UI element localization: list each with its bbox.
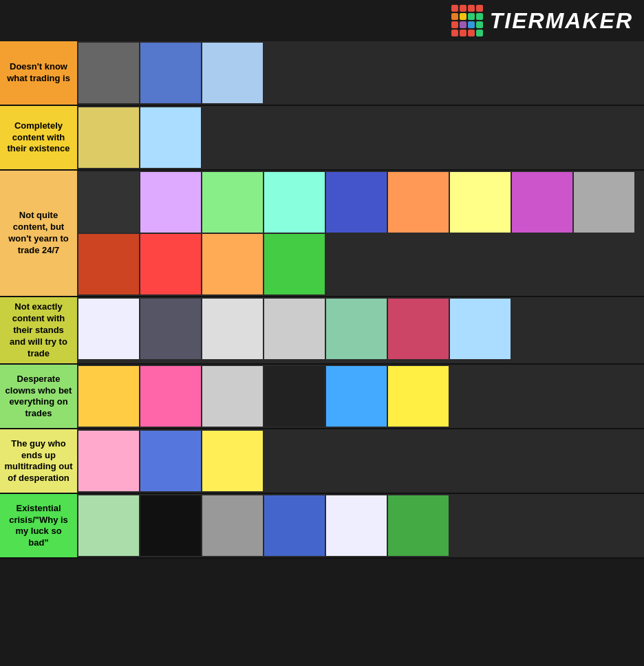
tier-list: TiERMAKER Doesn't know what trading isCo…: [0, 0, 644, 559]
tier-row: Completely content with their existence: [0, 106, 644, 171]
tier-label: Existential crisis/"Why is my luck so ba…: [0, 494, 77, 557]
logo-dot: [468, 21, 475, 28]
tier-item[interactable]: [326, 172, 387, 233]
logo-dot: [468, 30, 475, 36]
tier-label: Not quite content, but won't yearn to tr…: [0, 171, 77, 296]
tier-item-image: [140, 366, 201, 427]
tier-item[interactable]: [326, 495, 387, 556]
tier-item-image: [264, 299, 325, 359]
tier-item[interactable]: [264, 234, 325, 294]
tier-item[interactable]: [326, 366, 387, 427]
tier-item-image: [326, 495, 387, 556]
tier-label: Doesn't know what trading is: [0, 41, 77, 105]
logo-text: TiERMAKER: [490, 8, 633, 34]
tier-item[interactable]: [78, 234, 139, 294]
tier-item-image: [202, 234, 263, 294]
tier-item[interactable]: [140, 43, 201, 103]
tier-item-image: [388, 366, 449, 427]
tier-item[interactable]: [512, 172, 572, 233]
tier-item-image: [326, 172, 387, 233]
tier-item[interactable]: [140, 234, 201, 294]
tier-item[interactable]: [264, 495, 325, 556]
logo-dot: [451, 21, 458, 28]
tier-item-image: [264, 172, 325, 233]
tier-item-image: [202, 299, 263, 359]
tier-item-image: [78, 431, 139, 491]
tier-row: Desperate clowns who bet everything on t…: [0, 365, 644, 429]
tier-item[interactable]: [78, 366, 139, 427]
tier-item-image: [202, 172, 263, 233]
tier-item-image: [450, 299, 511, 359]
tier-item-image: [202, 431, 263, 491]
tier-item-image: [202, 366, 263, 427]
logo-dot: [476, 13, 483, 20]
tier-item[interactable]: [78, 431, 139, 491]
tier-item[interactable]: [388, 366, 449, 427]
header: TiERMAKER: [0, 0, 644, 41]
tier-item[interactable]: [78, 172, 139, 233]
tier-item[interactable]: [202, 431, 263, 491]
tier-item[interactable]: [78, 107, 139, 168]
tier-item[interactable]: [450, 299, 511, 359]
tier-item[interactable]: [264, 172, 325, 233]
tier-item[interactable]: [78, 495, 139, 556]
tier-item[interactable]: [264, 299, 325, 359]
tier-item[interactable]: [140, 299, 201, 359]
tier-item-image: [140, 495, 201, 556]
logo-dot: [460, 21, 466, 28]
tier-item[interactable]: [202, 234, 263, 294]
tier-items: [77, 365, 644, 428]
tier-item[interactable]: [140, 495, 201, 556]
tier-item-image: [78, 43, 139, 103]
tier-item[interactable]: [202, 43, 263, 103]
tier-item[interactable]: [388, 495, 449, 556]
tier-item-image: [264, 495, 325, 556]
tier-item-image: [264, 234, 325, 294]
logo-dot: [451, 13, 458, 20]
tier-row: Not quite content, but won't yearn to tr…: [0, 171, 644, 297]
tier-item-image: [78, 366, 139, 427]
tier-item[interactable]: [326, 299, 387, 359]
tier-item-image: [78, 495, 139, 556]
tier-label: Desperate clowns who bet everything on t…: [0, 365, 77, 428]
tier-item[interactable]: [264, 366, 325, 427]
tier-items: [77, 297, 644, 363]
tier-item[interactable]: [78, 43, 139, 103]
tier-item-image: [388, 172, 449, 233]
tier-item[interactable]: [140, 172, 201, 233]
tier-item-image: [512, 172, 572, 233]
tier-item[interactable]: [450, 172, 511, 233]
tier-items: [77, 429, 644, 493]
tier-item-image: [388, 495, 449, 556]
tier-item-image: [326, 299, 387, 359]
tier-item[interactable]: [388, 299, 449, 359]
tier-item[interactable]: [202, 366, 263, 427]
tier-item-image: [140, 172, 201, 233]
logo-dot: [476, 21, 483, 28]
tier-row: Not exactly content with their stands an…: [0, 297, 644, 365]
tier-item-image: [388, 299, 449, 359]
tier-item-image: [78, 299, 139, 359]
logo-dot: [476, 5, 483, 12]
tier-item[interactable]: [78, 299, 139, 359]
tier-items: [77, 494, 644, 557]
tier-item-image: [450, 172, 511, 233]
tier-item[interactable]: [140, 366, 201, 427]
tier-item-image: [140, 43, 201, 103]
tier-item[interactable]: [202, 495, 263, 556]
logo-dot: [460, 13, 466, 20]
tier-item-image: [202, 495, 263, 556]
tier-item[interactable]: [202, 172, 263, 233]
tier-items: [77, 106, 644, 169]
tier-item[interactable]: [140, 107, 201, 168]
tier-item-image: [326, 366, 387, 427]
tier-item-image: [140, 234, 201, 294]
logo-dot: [476, 30, 483, 36]
tier-item[interactable]: [388, 172, 449, 233]
tier-item[interactable]: [574, 172, 634, 233]
tier-item[interactable]: [202, 299, 263, 359]
tier-item[interactable]: [140, 431, 201, 491]
tier-row: Existential crisis/"Why is my luck so ba…: [0, 494, 644, 559]
tier-items: [77, 41, 644, 105]
tier-item-image: [140, 107, 201, 168]
